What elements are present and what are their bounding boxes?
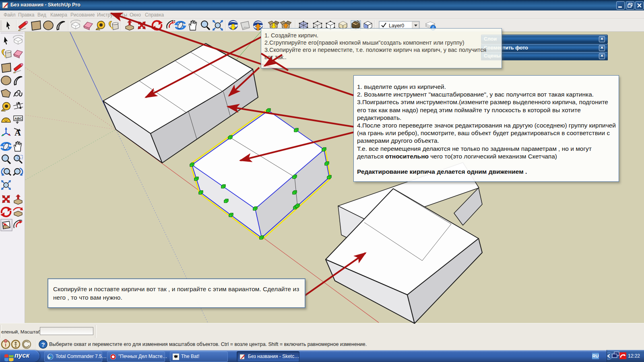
svg-text:ABC: ABC bbox=[14, 117, 23, 121]
svg-text:Layer0: Layer0 bbox=[389, 23, 404, 29]
svg-text:12:22: 12:22 bbox=[628, 353, 640, 359]
svg-text:?: ? bbox=[41, 341, 45, 348]
svg-text:C: C bbox=[50, 356, 52, 359]
